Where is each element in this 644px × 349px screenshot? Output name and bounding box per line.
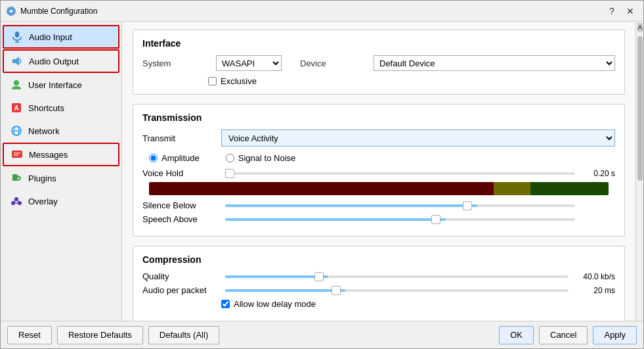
exclusive-row: Exclusive [208,76,615,86]
low-delay-checkbox[interactable] [221,300,230,308]
plugins-icon [10,172,23,185]
speech-above-fill [225,218,446,221]
signal-noise-radio[interactable] [226,154,234,162]
main-content: Audio Input Audio Output [1,22,643,321]
restore-defaults-button[interactable]: Restore Defaults [57,326,143,344]
amplitude-radio-row: Amplitude Signal to Noise [149,153,615,163]
activity-olive [494,182,530,195]
sidebar-item-audio-input[interactable]: Audio Input [3,25,119,49]
silence-below-thumb[interactable] [463,201,472,210]
voice-hold-row: Voice Hold 0.20 s [142,168,615,178]
titlebar-controls: ? ✕ [604,5,638,18]
sidebar-overlay-label: Overlay [28,197,58,206]
exclusive-checkbox[interactable] [208,77,217,85]
transmit-row: Transmit Voice Activity [142,129,615,147]
sidebar-item-plugins[interactable]: Plugins [3,167,119,189]
help-button[interactable]: ? [604,5,620,18]
quality-value: 40.0 kb/s [572,272,615,281]
sidebar-item-audio-output[interactable]: Audio Output [3,49,119,73]
app-icon [6,6,16,16]
sidebar: Audio Input Audio Output [1,22,122,321]
compression-title: Compression [142,254,615,265]
svg-marker-4 [12,57,19,66]
mic-icon [11,30,24,43]
audio-packet-label: Audio per packet [142,285,221,295]
speech-above-label: Speech Above [142,214,221,224]
device-select[interactable]: Default Device [374,55,615,71]
transmit-label: Transmit [142,133,221,143]
system-label: System [142,58,208,68]
sidebar-item-messages[interactable]: Messages [3,143,119,166]
silence-below-track[interactable] [225,204,575,207]
sidebar-item-shortcuts[interactable]: A Shortcuts [3,97,119,119]
speech-above-thumb[interactable] [431,215,440,224]
scroll-thumb[interactable] [637,36,643,181]
quality-fill [225,275,328,278]
window-title: Mumble Configuration [20,7,604,16]
quality-label: Quality [142,271,221,281]
amplitude-option: Amplitude [149,153,200,163]
sidebar-audio-output-label: Audio Output [29,57,79,66]
svg-rect-1 [15,32,19,37]
main-window: Mumble Configuration ? ✕ Audio Input [0,0,644,349]
sidebar-user-interface-label: User Interface [28,80,82,90]
defaults-all-button[interactable]: Defaults (All) [148,326,219,344]
interface-section: Interface System WASAPI Device Default D… [133,30,625,95]
scrollbar[interactable] [635,22,643,321]
sidebar-item-overlay[interactable]: Overlay [3,190,119,212]
quality-row: Quality 40.0 kb/s [142,271,615,281]
svg-point-5 [14,80,19,85]
svg-rect-11 [12,151,22,158]
audio-packet-row: Audio per packet 20 ms [142,285,615,295]
activity-bar [149,182,609,195]
apply-button[interactable]: Apply [593,326,637,344]
speech-above-track[interactable] [225,218,575,221]
amplitude-radio[interactable] [149,154,158,162]
audio-packet-value: 20 ms [572,286,615,295]
messages-icon [11,148,24,161]
exclusive-label: Exclusive [221,76,257,86]
compression-section: Compression Quality 40.0 kb/s Audio per … [133,246,625,321]
footer: Reset Restore Defaults Defaults (All) OK… [1,321,643,348]
transmission-section: Transmission Transmit Voice Activity Amp… [133,104,625,237]
audio-packet-thumb[interactable] [332,286,341,295]
device-label: Device [300,58,366,68]
speaker-icon [11,55,24,68]
silence-below-row: Silence Below [142,200,615,210]
cancel-button[interactable]: Cancel [539,326,588,344]
right-panel: Interface System WASAPI Device Default D… [122,22,635,321]
voice-hold-thumb[interactable] [225,169,234,178]
system-select[interactable]: WASAPI [216,55,282,71]
sidebar-item-network[interactable]: Network [3,120,119,142]
signal-noise-label: Signal to Noise [238,153,295,163]
shortcuts-icon: A [10,101,23,114]
sidebar-shortcuts-label: Shortcuts [28,103,64,113]
sidebar-audio-input-label: Audio Input [29,32,72,42]
quality-thumb[interactable] [314,272,324,281]
sidebar-item-user-interface[interactable]: User Interface [3,74,119,96]
interface-system-row: System WASAPI Device Default Device [142,55,615,71]
voice-hold-label: Voice Hold [142,168,221,178]
reset-button[interactable]: Reset [7,326,52,344]
network-icon [10,124,23,137]
ok-button[interactable]: OK [499,326,534,344]
silence-below-fill [225,204,477,207]
titlebar: Mumble Configuration ? ✕ [1,1,643,22]
transmit-select[interactable]: Voice Activity [221,129,615,147]
overlay-icon [10,195,23,208]
audio-packet-track[interactable] [225,289,569,292]
quality-track[interactable] [225,275,569,278]
voice-hold-track[interactable] [225,172,575,175]
low-delay-label: Allow low delay mode [234,299,316,309]
scroll-up-arrow[interactable] [637,23,643,32]
close-button[interactable]: ✕ [622,5,638,18]
amplitude-label: Amplitude [161,153,200,163]
activity-dark-green [530,182,609,195]
svg-text:A: A [14,105,18,112]
activity-dark-red [149,182,494,195]
sidebar-messages-label: Messages [29,150,68,160]
silence-below-label: Silence Below [142,200,221,210]
sidebar-network-label: Network [28,126,60,136]
signal-noise-option: Signal to Noise [226,153,295,163]
sidebar-plugins-label: Plugins [28,174,56,183]
